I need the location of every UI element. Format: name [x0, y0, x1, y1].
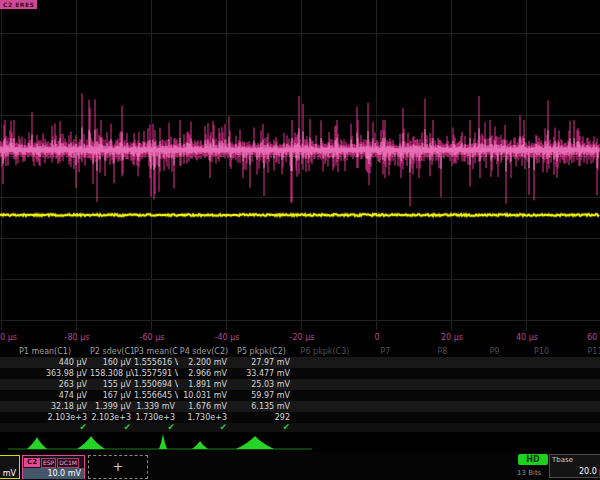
bit-depth-label: 13 Bits: [517, 469, 541, 477]
measurement-cell: [293, 357, 357, 368]
axis-tick-label: -80 µs: [65, 333, 90, 342]
measurement-cell: 32.18 µV: [0, 401, 90, 412]
trace-label-badge[interactable]: C2 ERES: [0, 0, 37, 9]
timebase-axis: -100 µs-80 µs-60 µs-40 µs-20 µs020 µs40 …: [0, 330, 600, 347]
measurement-cell: [357, 401, 414, 412]
measurement-cell: 1.730e+3: [134, 412, 178, 423]
measurement-cell: 25.03 mV: [230, 379, 293, 390]
waveform-grid[interactable]: C2 ERES: [0, 0, 600, 330]
measurement-cell: [471, 357, 518, 368]
measurement-cell: [414, 390, 471, 401]
measurement-cell: [565, 357, 600, 368]
histicon-graphics: [0, 430, 600, 452]
measurement-cell: 167 µV: [90, 390, 134, 401]
timebase-scale-value: 20.0 µs: [579, 467, 600, 476]
timebase-descriptor[interactable]: Tbase 20.0 µs: [549, 454, 600, 478]
measurement-cell: 2.200 mV: [178, 357, 230, 368]
measurement-cell: [357, 412, 414, 423]
measurement-cell: [414, 357, 471, 368]
measurement-cell: [518, 401, 565, 412]
measurement-cell: 2.103e+3: [0, 412, 90, 423]
measurement-cell: [293, 368, 357, 379]
measurement-row-sdev: 32.18 µV1.399 µV1.339 mV1.676 mV6.135 mV: [0, 401, 600, 412]
measurement-histicon: [159, 434, 167, 449]
measurement-cell: [357, 379, 414, 390]
measurement-column-header[interactable]: P2 sdev(C1): [90, 347, 134, 357]
c2-eres-badge: ESP: [41, 458, 56, 468]
axis-tick-label: 60 µs: [587, 333, 600, 342]
measurement-cell: [565, 368, 600, 379]
measurement-histicon: [27, 437, 47, 449]
measurement-row-min: 263 µV155 µV1.550694 V1.891 mV25.03 mV: [0, 379, 600, 390]
measurement-cell: 1.556645 V: [134, 390, 178, 401]
measurement-column-header[interactable]: P3 mean(C2): [134, 347, 178, 357]
axis-tick-label: -20 µs: [290, 333, 315, 342]
measurement-row-num: 2.103e+32.103e+31.730e+31.730e+3292: [0, 412, 600, 423]
measurement-cell: 155 µV: [90, 379, 134, 390]
measurement-column-header[interactable]: P11: [565, 347, 600, 357]
measurement-cell: 1.550694 V: [134, 379, 178, 390]
measurement-column-header[interactable]: P7: [357, 347, 414, 357]
measurement-cell: [518, 357, 565, 368]
timebase-title: Tbase: [550, 455, 600, 464]
measurement-row-mean: 363.98 µV158.308 µV1.557591 V2.966 mV33.…: [0, 368, 600, 379]
measurement-cell: 1.557591 V: [134, 368, 178, 379]
axis-tick-label: -100 µs: [0, 333, 17, 342]
measurement-cell: [518, 368, 565, 379]
measurement-cell: 33.477 mV: [230, 368, 293, 379]
measurement-cell: 2.966 mV: [178, 368, 230, 379]
c1-flat-trace: [0, 214, 599, 216]
measurement-cell: [293, 390, 357, 401]
measurement-cell: [565, 390, 600, 401]
measurement-column-header[interactable]: P6 pkpk(C3): [293, 347, 357, 357]
measurement-cell: [565, 401, 600, 412]
c2-label: C2: [24, 458, 40, 467]
histicon-strip[interactable]: [0, 430, 600, 452]
measurement-cell: 158.308 µV: [90, 368, 134, 379]
c2-coupling-badge: DC1M: [57, 458, 79, 468]
measurement-cell: 27.97 mV: [230, 357, 293, 368]
measurement-cell: 474 µV: [0, 390, 90, 401]
measurement-column-header[interactable]: P8: [414, 347, 471, 357]
measurement-table[interactable]: P1 mean(C1)P2 sdev(C1)P3 mean(C2)P4 sdev…: [0, 347, 600, 432]
axis-tick-label: 40 µs: [516, 333, 538, 342]
measurement-cell: 363.98 µV: [0, 368, 90, 379]
measurement-column-header[interactable]: P4 sdev(C2): [178, 347, 230, 357]
hd-mode-badge[interactable]: HD: [518, 454, 548, 465]
measurement-cell: [471, 401, 518, 412]
measurement-cell: 263 µV: [0, 379, 90, 390]
add-trace-button[interactable]: +: [88, 455, 148, 479]
measurement-histicon: [236, 436, 274, 449]
measurement-column-header[interactable]: P5 pkpk(C2): [230, 347, 293, 357]
measurement-column-header[interactable]: P9: [471, 347, 518, 357]
measurement-cell: [414, 368, 471, 379]
measurement-cell: 1.676 mV: [178, 401, 230, 412]
waveform-traces: [0, 0, 600, 330]
measurement-cell: [414, 401, 471, 412]
channel-c1-descriptor[interactable]: C1 DC1M 10.0 mV: [0, 455, 20, 479]
measurement-cell: [414, 379, 471, 390]
measurement-cell: [565, 412, 600, 423]
measurement-column-header[interactable]: P1 mean(C1): [0, 347, 90, 357]
measurement-row-max: 474 µV167 µV1.556645 V10.031 mV59.97 mV: [0, 390, 600, 401]
measurement-cell: [518, 379, 565, 390]
axis-tick-label: 20 µs: [441, 333, 463, 342]
measurement-column-header[interactable]: P10: [518, 347, 565, 357]
measurement-cell: 160 µV: [90, 357, 134, 368]
axis-tick-label: -40 µs: [215, 333, 240, 342]
measurement-histicon: [192, 441, 208, 449]
measurement-cell: 6.135 mV: [230, 401, 293, 412]
measurement-cell: [293, 379, 357, 390]
measurement-row-value: 440 µV160 µV1.555616 V2.200 mV27.97 mV: [0, 357, 600, 368]
measurement-cell: 1.730e+3: [178, 412, 230, 423]
measurement-cell: [414, 412, 471, 423]
measurement-cell: 59.97 mV: [230, 390, 293, 401]
measurement-cell: [471, 390, 518, 401]
channel-c2-descriptor[interactable]: C2 ESP DC1M 10.0 mV: [22, 455, 85, 479]
measurement-cell: 1.339 mV: [134, 401, 178, 412]
measurement-cell: [565, 379, 600, 390]
measurement-cell: 1.555616 V: [134, 357, 178, 368]
measurement-cell: [518, 390, 565, 401]
measurement-histicon: [77, 436, 105, 449]
axis-tick-label: -60 µs: [140, 333, 165, 342]
